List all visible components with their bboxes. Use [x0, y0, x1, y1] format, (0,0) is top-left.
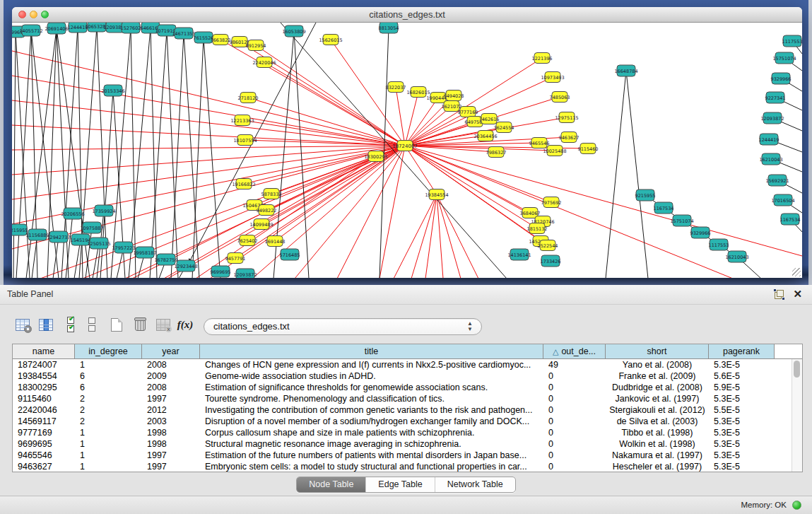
table-cell: 1997 — [142, 393, 200, 404]
table-row[interactable]: 946554611997Estimation of the future num… — [13, 450, 792, 461]
citation-edge-black[interactable] — [100, 90, 113, 278]
citation-edge-black[interactable] — [150, 30, 167, 278]
table-row[interactable]: 1938455462009Genome-wide association stu… — [13, 370, 792, 382]
node-label: 16648784 — [614, 69, 637, 74]
table-panel: Table Panel ✕ x f(x) — [0, 285, 812, 514]
new-table-icon[interactable] — [108, 316, 125, 333]
citation-edge-red[interactable] — [425, 194, 437, 278]
table-selector-dropdown[interactable]: citations_edges.txt ▲▼ — [204, 318, 482, 335]
citation-edge-black[interactable] — [13, 32, 16, 278]
table-cell: Wolkin et al. (1998) — [606, 438, 709, 450]
show-column-icon[interactable] — [37, 316, 54, 333]
import-table-disabled-icon: x — [155, 316, 172, 333]
table-row[interactable]: 969969511998Structural magnetic resonanc… — [13, 438, 792, 450]
node-label: 1221396 — [532, 56, 553, 62]
tab-network-table[interactable]: Network Table — [435, 477, 515, 492]
node-label: 11156889 — [25, 233, 49, 238]
citation-edge-red[interactable] — [242, 120, 405, 146]
table-cell: 1998 — [142, 438, 200, 450]
column-header-pagerank[interactable]: pagerank — [709, 344, 775, 358]
function-builder-icon[interactable]: f(x) — [177, 316, 194, 333]
citation-edge-black[interactable] — [16, 30, 31, 278]
node-label: 8912954 — [246, 43, 266, 49]
citation-edge-red[interactable] — [405, 92, 418, 146]
node-label: 15692921 — [765, 178, 789, 184]
node-label: 8813054 — [379, 25, 399, 31]
column-checklist-icon[interactable] — [62, 316, 79, 333]
citation-edge-black[interactable] — [606, 71, 626, 278]
citation-edge-black[interactable] — [129, 28, 151, 278]
table-row[interactable]: 977716911998Corpus callosum shape and si… — [13, 427, 792, 438]
table-scrollbar[interactable] — [792, 359, 802, 472]
node-label: 2522544 — [538, 243, 558, 249]
citation-edge-black[interactable] — [111, 28, 131, 278]
scrollbar-thumb[interactable] — [794, 361, 800, 378]
table-row[interactable]: 911546021997Tourette syndrome. Phenomeno… — [13, 393, 792, 404]
citation-network-graph[interactable]: 9699695140557122069140612444191065328712… — [12, 23, 802, 278]
table-cell: Stergiakouli et al. (2012) — [606, 404, 709, 416]
table-cell: 9463627 — [13, 461, 75, 472]
table-row[interactable]: 1872400712008Changes of HCN gene express… — [13, 359, 792, 370]
citation-edge-red[interactable] — [275, 146, 405, 241]
citation-edge-black[interactable] — [16, 32, 30, 278]
network-window-titlebar[interactable]: citations_edges.txt — [12, 7, 802, 23]
node-label: 10975887 — [80, 226, 103, 231]
table-row[interactable]: 2242004622012Investigating the contribut… — [13, 404, 792, 416]
table-settings-icon[interactable] — [14, 316, 31, 333]
table-cell: 0 — [543, 450, 606, 461]
citation-edge-red[interactable] — [405, 146, 802, 256]
zoom-window-icon[interactable] — [41, 11, 49, 18]
column-header-short[interactable]: short — [606, 344, 709, 358]
node-label: 7986327 — [486, 150, 507, 156]
table-row[interactable]: 1830029562008Estimation of significance … — [13, 382, 792, 393]
sort-ascending-icon: △ — [553, 347, 558, 356]
node-label: 12505135 — [87, 241, 110, 247]
table-row[interactable]: 1456911722003Disruption of a novel membe… — [13, 416, 792, 427]
citation-edge-red[interactable] — [405, 146, 537, 228]
node-label: 19384554 — [425, 192, 448, 198]
float-panel-icon[interactable] — [775, 290, 784, 299]
column-header-out_de[interactable]: △out_de... — [543, 344, 606, 358]
citation-edge-black[interactable] — [184, 33, 199, 278]
table-body: 1872400712008Changes of HCN gene express… — [13, 359, 792, 472]
node-label: 1621072 — [442, 104, 462, 110]
citation-edge-black[interactable] — [626, 71, 648, 278]
citation-edge-black[interactable] — [131, 28, 136, 278]
citation-edge-red[interactable] — [437, 194, 443, 278]
column-header-year[interactable]: year — [142, 344, 200, 358]
citation-edge-red[interactable] — [405, 146, 733, 278]
column-header-title[interactable]: title — [200, 344, 543, 358]
column-header-in_degree[interactable]: in_degree — [75, 344, 142, 358]
citation-edge-red[interactable] — [405, 58, 542, 146]
node-label: 7485063 — [550, 95, 570, 100]
node-label: 7625402 — [237, 238, 258, 244]
citation-edge-red[interactable] — [12, 146, 405, 199]
node-label: 12942737 — [47, 235, 70, 240]
table-cell: Structural magnetic resonance image aver… — [200, 438, 543, 450]
window-resize-grip[interactable] — [792, 268, 801, 276]
citation-edge-black[interactable] — [294, 31, 309, 278]
column-header-name[interactable]: name — [13, 344, 75, 358]
table-cell: 5.6E-5 — [709, 370, 775, 382]
citation-edge-red[interactable] — [396, 87, 405, 146]
node-label: 14055712 — [19, 28, 42, 34]
network-canvas[interactable]: 9699695140557122069140612444191065328712… — [12, 23, 802, 278]
node-table: namein_degreeyeartitle△out_de...shortpag… — [12, 344, 803, 472]
tab-node-table[interactable]: Node Table — [297, 477, 366, 492]
close-window-icon[interactable] — [18, 11, 26, 18]
citation-edge-black[interactable] — [171, 33, 184, 278]
citation-edge-black[interactable] — [167, 30, 178, 278]
memory-ok-indicator-icon[interactable] — [792, 501, 801, 510]
table-row[interactable]: 946362711997Embryonic stem cells: a mode… — [13, 461, 792, 472]
table-cell: Jankovic et al. (1997) — [606, 393, 709, 404]
citation-edge-red[interactable] — [337, 146, 405, 278]
citation-edge-red[interactable] — [12, 146, 405, 150]
citation-edge-red[interactable] — [256, 45, 405, 146]
close-panel-icon[interactable]: ✕ — [793, 288, 802, 300]
citation-edge-black[interactable] — [151, 28, 157, 278]
delete-table-icon[interactable] — [131, 316, 148, 333]
node-label: 9777169 — [458, 110, 478, 115]
minimize-window-icon[interactable] — [30, 11, 37, 18]
row-filter-icon[interactable] — [83, 316, 100, 333]
tab-edge-table[interactable]: Edge Table — [366, 477, 435, 492]
